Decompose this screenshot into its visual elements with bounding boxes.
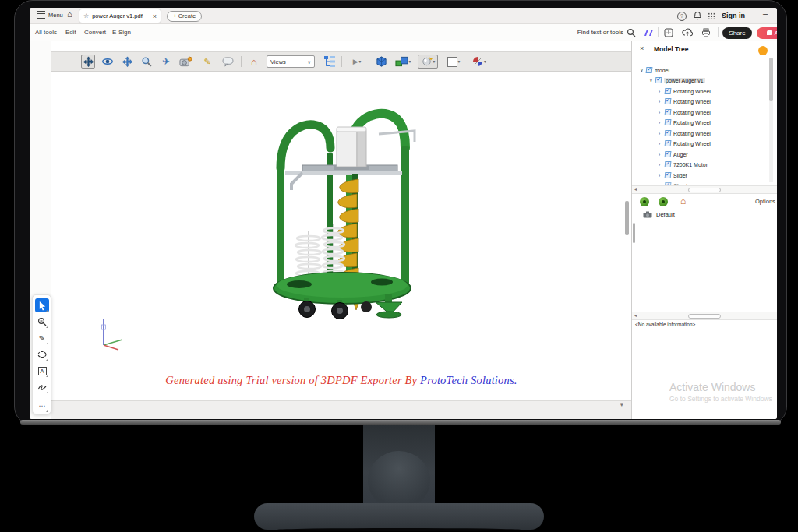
visibility-checkbox[interactable]: ✓ — [646, 67, 653, 73]
tab-close-icon[interactable]: × — [153, 12, 157, 20]
hscrollbar-thumb[interactable] — [688, 188, 721, 192]
fly-tool[interactable]: ✈ — [159, 55, 173, 69]
visibility-checkbox[interactable]: ✓ — [665, 172, 672, 178]
view-list-item-default[interactable]: Default — [643, 211, 675, 218]
tree-row[interactable]: ›✓Rotating Wheel — [659, 118, 711, 126]
spin-tool[interactable] — [101, 55, 115, 69]
comment-tool[interactable] — [221, 55, 235, 69]
model-tree-toggle[interactable] — [323, 55, 337, 69]
print-icon[interactable] — [701, 28, 711, 37]
scroll-left-icon[interactable]: ◂ — [634, 312, 637, 318]
search-icon[interactable] — [627, 28, 636, 37]
info-hscrollbar[interactable]: ◂ — [632, 312, 777, 320]
ai-assistant-icon[interactable] — [643, 28, 654, 37]
view-option-button-2[interactable] — [659, 197, 668, 206]
more-tools-button[interactable]: ⋯ — [35, 399, 49, 413]
visibility-checkbox[interactable]: ✓ — [665, 109, 672, 115]
views-dropdown[interactable]: Views ∨ — [267, 55, 315, 68]
nav-all-tools[interactable]: All tools — [35, 29, 57, 36]
no-info-label: <No available information> — [635, 322, 695, 327]
zoom-select-tool[interactable] — [35, 315, 49, 329]
save-icon[interactable] — [664, 28, 673, 37]
scroll-down-icon[interactable]: ▾ — [620, 402, 623, 408]
caret-right-icon[interactable]: › — [659, 162, 662, 167]
tree-row[interactable]: ›✓Rotating Wheel — [659, 129, 711, 137]
cross-section-button[interactable]: ▾ — [469, 55, 489, 69]
tree-row[interactable]: ∨✓power Auger v1 — [649, 76, 705, 84]
caret-right-icon[interactable]: › — [659, 141, 662, 146]
sign-in-button[interactable]: Sign in — [722, 12, 745, 19]
select-tool[interactable] — [35, 298, 49, 312]
tree-row[interactable]: ›✓Rotating Wheel — [659, 139, 711, 147]
tree-row[interactable]: ›✓7200K1 Motor — [659, 160, 708, 168]
home-icon[interactable]: ⌂ — [67, 9, 72, 19]
document-tab[interactable]: ☆ power Auger v1.pdf × — [79, 9, 161, 23]
camera-tool[interactable] — [178, 55, 192, 69]
caret-right-icon[interactable]: › — [659, 152, 662, 157]
plus-icon: + — [173, 12, 177, 19]
visibility-checkbox[interactable]: ✓ — [665, 151, 672, 157]
measure-tool[interactable]: ✎ — [200, 55, 214, 69]
annotate-tool[interactable]: ✎ — [35, 331, 49, 345]
apps-grid-icon[interactable] — [708, 12, 715, 19]
vertical-scrollbar-thumb[interactable] — [625, 201, 629, 235]
cloud-upload-icon[interactable] — [682, 28, 693, 37]
caret-right-icon[interactable]: › — [659, 120, 662, 125]
3d-toolbar: ✈ ✎ ⌂ Views ∨ — [51, 51, 631, 72]
hscrollbar-thumb[interactable] — [688, 314, 721, 319]
background-color-button[interactable]: ▾ — [444, 55, 463, 69]
nav-convert[interactable]: Convert — [84, 29, 106, 36]
zoom-tool[interactable] — [139, 55, 154, 69]
caret-right-icon[interactable]: › — [659, 99, 662, 104]
nav-e-sign[interactable]: E-Sign — [112, 29, 131, 36]
play-animation-button[interactable]: ▶ ▾ — [348, 55, 366, 69]
pan-tool[interactable] — [120, 55, 134, 69]
default-view-button[interactable]: ⌂ — [247, 55, 261, 69]
monitor-stand-base — [254, 503, 544, 530]
bell-icon[interactable] — [693, 11, 702, 20]
visibility-checkbox[interactable]: ✓ — [665, 88, 672, 94]
caret-down-icon[interactable]: ∨ — [640, 67, 644, 73]
visibility-checkbox[interactable]: ✓ — [665, 140, 672, 146]
rotate-tool[interactable] — [81, 55, 95, 69]
panel-close-icon[interactable]: × — [640, 44, 644, 52]
render-mode-button[interactable] — [374, 55, 388, 69]
menu-button[interactable]: Menu — [37, 11, 63, 19]
view-option-button-1[interactable] — [640, 197, 649, 206]
tree-row[interactable]: ›✓Auger — [659, 150, 688, 158]
caret-right-icon[interactable]: › — [659, 89, 662, 94]
create-button[interactable]: + Create — [167, 11, 202, 22]
visibility-checkbox[interactable]: ✓ — [665, 161, 672, 167]
home-view-small-icon[interactable]: ⌂ — [680, 196, 686, 206]
caret-down-icon[interactable]: ∨ — [649, 77, 653, 83]
tree-row[interactable]: ›✓Rotating Wheel — [659, 87, 711, 95]
visibility-checkbox[interactable]: ✓ — [655, 77, 662, 83]
text-box-tool[interactable]: A — [35, 364, 49, 378]
minimize-icon[interactable]: – — [763, 9, 768, 18]
scroll-left-icon[interactable]: ◂ — [634, 186, 637, 192]
options-button[interactable]: Options — [755, 198, 775, 205]
share-button[interactable]: Share — [722, 27, 752, 39]
tree-hscrollbar[interactable]: ◂ — [632, 185, 777, 194]
caret-right-icon[interactable]: › — [659, 110, 662, 115]
3d-model-canvas[interactable] — [262, 107, 425, 319]
tree-row[interactable]: ∨✓model — [640, 66, 669, 74]
tree-scrollbar-thumb[interactable] — [769, 58, 773, 101]
lighting-button[interactable]: ▾ — [418, 55, 438, 69]
visibility-checkbox[interactable]: ✓ — [665, 130, 672, 136]
nav-edit[interactable]: Edit — [65, 29, 76, 36]
tree-row[interactable]: ›✓Slider — [659, 171, 687, 179]
help-button[interactable]: ? — [677, 12, 687, 21]
caret-right-icon[interactable]: › — [659, 173, 662, 178]
ask-ai-button[interactable]: Ask AI — [757, 27, 777, 39]
caret-right-icon[interactable]: › — [659, 131, 662, 136]
visibility-checkbox[interactable]: ✓ — [665, 98, 672, 104]
lasso-tool[interactable] — [35, 347, 49, 361]
visibility-checkbox[interactable]: ✓ — [665, 119, 672, 125]
tree-row[interactable]: ›✓Rotating Wheel — [659, 97, 711, 105]
model-render-button[interactable]: ▾ — [393, 55, 413, 69]
signature-tool[interactable] — [35, 380, 49, 394]
panel-mini-scrollbar[interactable] — [633, 223, 635, 243]
find-label[interactable]: Find text or tools — [577, 29, 623, 36]
tree-row[interactable]: ›✓Rotating Wheel — [659, 108, 711, 116]
